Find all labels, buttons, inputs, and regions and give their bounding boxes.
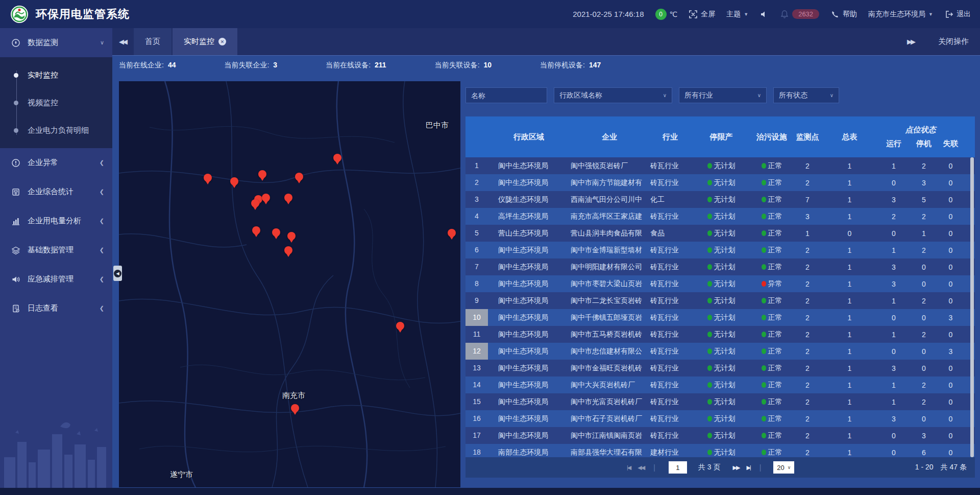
table-row[interactable]: 18 南部生态环境局 南部县强华大理石有限 建材行业 无计划 正常 2 1 0 … xyxy=(465,444,975,457)
sidebar-group-应急减排管理[interactable]: 应急减排管理 ❮ xyxy=(0,265,112,294)
megaphone-icon xyxy=(11,275,20,284)
name-search-field[interactable] xyxy=(465,87,547,103)
table-row[interactable]: 3 仪陇生态环境局 西南油气田分公司川中 化工 无计划 正常 7 1 3 5 0 xyxy=(465,191,975,208)
map-pin[interactable] xyxy=(295,173,303,181)
name-search-input[interactable] xyxy=(471,91,542,100)
cell-company: 营山县润丰肉食品有限 xyxy=(570,229,649,238)
map-pin[interactable] xyxy=(284,246,292,254)
map-pin[interactable] xyxy=(252,226,260,234)
table-row[interactable]: 4 高坪生态环境局 南充市高坪区王家店建 砖瓦行业 无计划 正常 3 1 2 2… xyxy=(465,208,975,225)
table-row[interactable]: 10 阆中生态环境局 阆中千佛镇五郎垭页岩 砖瓦行业 无计划 正常 2 1 0 … xyxy=(465,309,975,326)
table-row[interactable]: 9 阆中生态环境局 阆中市二龙长宝页岩砖 砖瓦行业 无计划 正常 2 1 1 2… xyxy=(465,292,975,309)
table-row[interactable]: 8 阆中生态环境局 阆中市枣碧大梁山页岩 砖瓦行业 无计划 异常 2 1 3 0… xyxy=(465,275,975,292)
table-row[interactable]: 1 阆中生态环境局 阆中强锐页岩砖厂 砖瓦行业 无计划 正常 2 1 1 2 0 xyxy=(465,157,975,174)
page-number-input[interactable] xyxy=(669,461,687,474)
region-select[interactable]: 行政区域名称∨ xyxy=(554,87,672,103)
next-page-button[interactable]: ▶▶ xyxy=(732,464,739,471)
sidebar-collapse-button[interactable]: ◀ xyxy=(113,266,122,281)
first-page-button[interactable]: |◀ xyxy=(627,464,630,471)
sidebar-item-视频监控[interactable]: 视频监控 xyxy=(0,89,112,116)
map-pin[interactable] xyxy=(291,404,299,412)
map-pin[interactable] xyxy=(204,174,212,182)
datetime: 2021-02-25 17:46:18 xyxy=(573,10,644,18)
map-pin[interactable] xyxy=(251,199,259,207)
sidebar-group-基础数据管理[interactable]: 基础数据管理 ❮ xyxy=(0,235,112,265)
tabs-scroll-right-button[interactable]: ▶▶ xyxy=(900,38,921,45)
sidebar-group-企业综合统计[interactable]: 企业综合统计 ❮ xyxy=(0,177,112,206)
table-row[interactable]: 16 阆中生态环境局 阆中市石子页岩机砖厂 砖瓦行业 无计划 正常 2 1 3 … xyxy=(465,410,975,427)
cell-bureau: 仪陇生态环境局 xyxy=(488,195,570,204)
sidebar-group-日志查看[interactable]: 日志查看 ❮ xyxy=(0,294,112,323)
map-pin[interactable] xyxy=(287,232,296,240)
cell-points: 2 xyxy=(792,314,823,322)
sidebar-group-数据监测[interactable]: 数据监测 ∨ xyxy=(0,28,112,57)
table-body: 1 阆中生态环境局 阆中强锐页岩砖厂 砖瓦行业 无计划 正常 2 1 1 2 0… xyxy=(465,157,975,457)
cell-meters: 1 xyxy=(823,263,876,271)
table-row[interactable]: 17 阆中生态环境局 阆中市江南镇阆南页岩 砖瓦行业 无计划 正常 2 1 0 … xyxy=(465,427,975,444)
cell-bureau: 阆中生态环境局 xyxy=(488,397,570,407)
map-pin[interactable] xyxy=(448,229,456,237)
tab-realtime-monitor[interactable]: 实时监控 ✕ xyxy=(173,28,237,55)
close-operations-button[interactable]: 关闭操作 xyxy=(938,37,969,46)
status-dot xyxy=(762,214,766,219)
cell-points: 1 xyxy=(792,229,823,238)
table-row[interactable]: 13 阆中生态环境局 阆中市金福旺页岩机砖 砖瓦行业 无计划 正常 2 1 3 … xyxy=(465,360,975,376)
cell-meters: 1 xyxy=(823,280,876,288)
table-row[interactable]: 15 阆中生态环境局 阆中市光富页岩机砖厂 砖瓦行业 无计划 正常 2 1 1 … xyxy=(465,393,975,410)
map-pin[interactable] xyxy=(284,194,292,202)
cell-stop: 2 xyxy=(911,398,937,406)
tab-home[interactable]: 首页 xyxy=(134,28,172,55)
tabs-scroll-left-button[interactable]: ◀◀ xyxy=(112,28,133,55)
map-pin[interactable] xyxy=(333,154,341,162)
sidebar-group-企业异常[interactable]: 企业异常 ❮ xyxy=(0,148,112,177)
table-row[interactable]: 12 阆中生态环境局 阆中市忠信建材有限公 砖瓦行业 无计划 正常 2 1 0 … xyxy=(465,343,975,360)
map-pin[interactable] xyxy=(262,194,270,202)
cell-lost: 0 xyxy=(937,449,965,457)
map-pin[interactable] xyxy=(258,170,266,178)
table-row[interactable]: 5 营山生态环境局 营山县润丰肉食品有限 食品 无计划 正常 1 0 0 1 0 xyxy=(465,225,975,242)
status-select[interactable]: 所有状态∨ xyxy=(773,87,839,103)
cell-plan-status: 无计划 xyxy=(691,448,751,457)
status-dot xyxy=(762,298,766,303)
org-dropdown[interactable]: 南充市生态环境局▼ xyxy=(868,10,933,19)
cell-lost: 0 xyxy=(937,196,965,204)
sidebar-item-企业电力负荷明细[interactable]: 企业电力负荷明细 xyxy=(0,116,112,144)
cell-meters: 1 xyxy=(823,364,876,372)
speaker-icon xyxy=(760,10,769,19)
table-row[interactable]: 14 阆中生态环境局 阆中大兴页岩机砖厂 砖瓦行业 无计划 正常 2 1 1 2… xyxy=(465,376,975,393)
mute-button[interactable] xyxy=(760,10,769,19)
fullscreen-button[interactable]: 全屏 xyxy=(689,10,715,19)
page-size-select[interactable]: 20∨ xyxy=(773,461,794,474)
cell-points: 3 xyxy=(792,213,823,221)
map-panel[interactable]: 巴中市 南充市 遂宁市 xyxy=(119,81,460,487)
sidebar-item-实时监控[interactable]: 实时监控 xyxy=(0,61,112,89)
map-pin[interactable] xyxy=(272,228,280,237)
cell-plan-status: 无计划 xyxy=(691,431,751,440)
close-tab-icon[interactable]: ✕ xyxy=(218,38,226,45)
table-row[interactable]: 6 阆中生态环境局 阆中市金博瑞新型墙材 砖瓦行业 无计划 正常 2 1 1 2… xyxy=(465,242,975,258)
prev-page-button[interactable]: ◀◀ xyxy=(638,464,644,471)
table-row[interactable]: 7 阆中生态环境局 阆中明阳建材有限公司 砖瓦行业 无计划 正常 2 1 3 0… xyxy=(465,258,975,275)
table-row[interactable]: 2 阆中生态环境局 阆中市南方节能建材有 砖瓦行业 无计划 正常 2 1 0 3… xyxy=(465,174,975,191)
last-page-button[interactable]: ▶| xyxy=(746,464,750,471)
help-button[interactable]: 帮助 xyxy=(830,10,857,19)
cell-points: 2 xyxy=(792,381,823,389)
cell-facility-status: 正常 xyxy=(751,296,792,305)
cell-run: 1 xyxy=(876,398,911,406)
theme-dropdown[interactable]: 主题▼ xyxy=(726,10,748,19)
industry-select[interactable]: 所有行业∨ xyxy=(679,87,767,103)
table-row[interactable]: 11 阆中生态环境局 阆中市五马桥页岩机砖 砖瓦行业 无计划 正常 2 1 1 … xyxy=(465,326,975,343)
sidebar-group-企业用电量分析[interactable]: 企业用电量分析 ❮ xyxy=(0,206,112,235)
cell-lost: 0 xyxy=(937,297,965,305)
cell-index: 7 xyxy=(465,258,488,275)
logout-button[interactable]: 退出 xyxy=(944,10,971,19)
notifications[interactable]: 2632 xyxy=(780,9,819,19)
content-area: 当前在线企业:44 当前失联企业:3 当前在线设备:211 当前失联设备:10 … xyxy=(112,55,980,488)
map-pin[interactable] xyxy=(396,322,404,330)
map-pin[interactable] xyxy=(230,177,238,185)
stats-bar: 当前在线企业:44 当前失联企业:3 当前在线设备:211 当前失联设备:10 … xyxy=(112,55,980,75)
cell-index: 18 xyxy=(465,444,488,457)
table-scrollbar[interactable] xyxy=(970,157,974,457)
chevron-icon: ❮ xyxy=(100,305,104,312)
cell-index: 13 xyxy=(465,360,488,376)
